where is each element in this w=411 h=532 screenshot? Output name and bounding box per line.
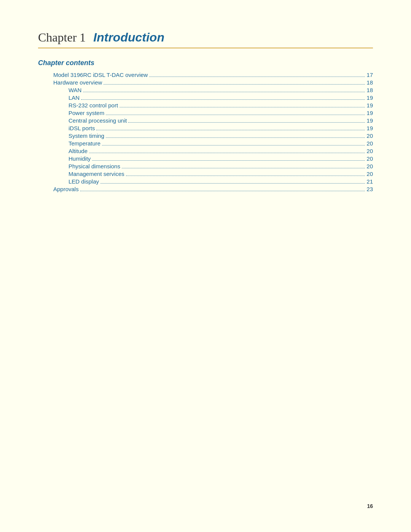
toc-link[interactable]: Model 3196RC iDSL T-DAC overview [53,72,148,78]
toc-row: RS-232 control port19 [38,102,373,109]
toc-page-number: 20 [366,155,373,162]
page: Chapter 1 Introduction Chapter contents … [0,0,411,532]
toc-dots [104,84,365,85]
toc-dots [106,115,365,115]
toc-entry: iDSL ports19 [38,125,373,131]
toc-row: Temperature20 [38,140,373,147]
toc-page-number: 20 [366,148,373,154]
toc-entry: RS-232 control port19 [38,102,373,109]
toc-container: Model 3196RC iDSL T-DAC overview17Hardwa… [38,72,373,192]
toc-row: Management services20 [38,171,373,177]
toc-link[interactable]: Hardware overview [53,79,102,86]
toc-link[interactable]: Temperature [68,140,100,147]
toc-link[interactable]: iDSL ports [68,125,95,131]
toc-row: iDSL ports19 [38,125,373,131]
toc-row: Physical dimensions20 [38,163,373,169]
toc-page-number: 19 [366,117,373,124]
toc-link[interactable]: System timing [68,133,104,139]
toc-entry: Hardware overview18 [38,79,373,86]
toc-page-number: 19 [366,94,373,101]
toc-row: Model 3196RC iDSL T-DAC overview17 [38,72,373,78]
toc-row: Approvals23 [38,186,373,192]
toc-dots [102,145,365,145]
toc-row: Humidity20 [38,155,373,162]
toc-page-number: 20 [366,163,373,169]
toc-entry: LED display21 [38,178,373,185]
toc-row: Central processing unit19 [38,117,373,124]
toc-page-number: 21 [366,178,373,185]
toc-entry: Power system19 [38,110,373,116]
toc-row: WAN18 [38,87,373,93]
toc-page-number: 20 [366,140,373,147]
toc-link[interactable]: Altitude [68,148,88,154]
toc-page-number: 19 [366,102,373,109]
toc-row: LAN19 [38,94,373,101]
chapter-word: Chapter 1 [38,30,86,45]
toc-entry: LAN19 [38,94,373,101]
toc-entry: Temperature20 [38,140,373,147]
toc-dots [119,107,365,107]
toc-dots [81,99,365,100]
toc-link[interactable]: Approvals [53,186,79,192]
toc-dots [122,168,365,168]
toc-row: Hardware overview18 [38,79,373,86]
toc-link[interactable]: Management services [68,171,124,177]
toc-link[interactable]: LAN [68,94,80,101]
toc-link[interactable]: Physical dimensions [68,163,120,169]
toc-link[interactable]: WAN [68,87,81,93]
toc-link[interactable]: Central processing unit [68,117,127,124]
toc-entry: Humidity20 [38,155,373,162]
chapter-contents-heading: Chapter contents [38,59,373,67]
chapter-title: Introduction [93,30,164,45]
toc-page-number: 18 [366,79,373,86]
toc-dots [126,176,365,176]
toc-link[interactable]: Power system [68,110,104,116]
toc-dots [106,137,365,138]
toc-entry: WAN18 [38,87,373,93]
toc-entry: Approvals23 [38,186,373,192]
toc-entry: Central processing unit19 [38,117,373,124]
toc-dots [128,122,365,123]
toc-entry: Altitude20 [38,148,373,154]
toc-dots [83,92,365,92]
toc-entry: System timing20 [38,133,373,139]
toc-page-number: 23 [366,186,373,192]
toc-page-number: 19 [366,110,373,116]
toc-page-number: 20 [366,171,373,177]
toc-entry: Model 3196RC iDSL T-DAC overview17 [38,72,373,78]
toc-link[interactable]: LED display [68,178,99,185]
toc-page-number: 19 [366,125,373,131]
toc-row: Altitude20 [38,148,373,154]
toc-row: Power system19 [38,110,373,116]
toc-dots [92,160,365,161]
toc-dots [80,191,365,191]
toc-entry: Management services20 [38,171,373,177]
toc-entry: Physical dimensions20 [38,163,373,169]
toc-row: System timing20 [38,133,373,139]
toc-dots [149,77,365,77]
toc-dots [100,183,365,184]
toc-row: LED display21 [38,178,373,185]
toc-page-number: 18 [366,87,373,93]
toc-link[interactable]: Humidity [68,155,91,162]
toc-link[interactable]: RS-232 control port [68,102,118,109]
toc-dots [89,153,365,153]
chapter-header: Chapter 1 Introduction [38,30,373,45]
page-number: 16 [367,503,373,509]
toc-page-number: 17 [366,72,373,78]
toc-page-number: 20 [366,133,373,139]
header-rule [38,48,373,48]
toc-dots [96,130,365,130]
